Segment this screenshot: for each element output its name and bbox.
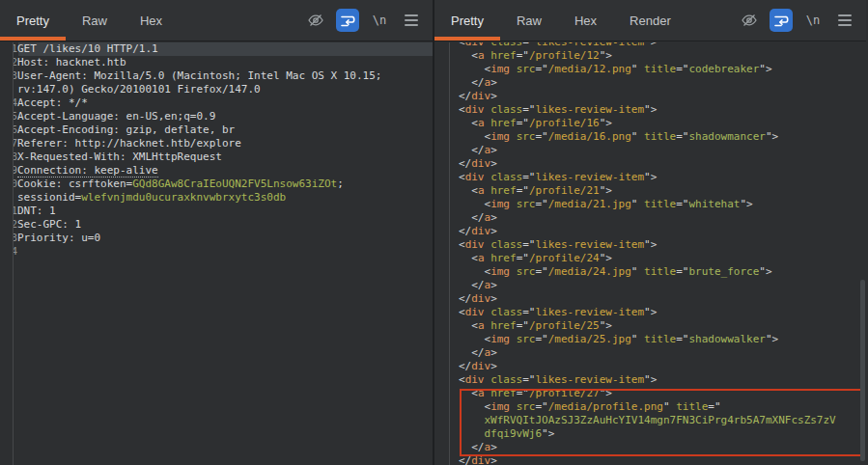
burp-message-editor-window: PrettyRawHex bbox=[0, 0, 868, 465]
newline-toggle-label: \n bbox=[806, 14, 820, 27]
code-line: </a> bbox=[459, 211, 866, 225]
code-line: <a href="/profile/24"> bbox=[459, 252, 866, 265]
code-line: </div> bbox=[459, 157, 866, 171]
response-pane: PrettyRawHexRender bbox=[434, 0, 866, 465]
newline-toggle[interactable]: \n bbox=[368, 9, 391, 32]
response-editor[interactable]: <div class="likes-review-item"> <a href=… bbox=[434, 42, 866, 465]
word-wrap-toggle[interactable] bbox=[336, 9, 359, 32]
code-line: <div class="likes-review-item"> bbox=[459, 373, 866, 387]
hamburger-icon bbox=[838, 14, 852, 26]
code-line: <a href="/profile/27"> bbox=[459, 387, 866, 400]
code-line: 9Connection: keep-alive bbox=[18, 164, 433, 178]
tab-hex[interactable]: Hex bbox=[124, 0, 179, 41]
newline-toggle[interactable]: \n bbox=[801, 9, 825, 32]
code-line: <a href="/profile/21"> bbox=[459, 184, 866, 198]
code-line: 7Referer: http://hacknet.htb/explore bbox=[18, 137, 433, 150]
code-line: 2Host: hacknet.htb bbox=[18, 56, 433, 69]
code-line: </div> bbox=[459, 360, 866, 373]
response-tabs: PrettyRawHexRender bbox=[434, 0, 687, 41]
code-line: 1DNT: 1 bbox=[18, 205, 433, 218]
vertical-scrollbar-thumb[interactable] bbox=[860, 280, 865, 461]
response-icon-bar: \n bbox=[738, 9, 866, 32]
code-line: <a href="/profile/12"> bbox=[459, 49, 866, 63]
request-tabbar: PrettyRawHex bbox=[0, 0, 433, 41]
editor-menu-icon[interactable] bbox=[833, 9, 856, 32]
request-editor[interactable]: 1GET /likes/10 HTTP/1.12Host: hacknet.ht… bbox=[0, 42, 433, 465]
code-line: 3Priority: u=0 bbox=[18, 232, 433, 245]
code-line: </a> bbox=[459, 144, 866, 157]
request-line-number-gutter bbox=[0, 42, 14, 465]
code-line: <div class="likes-review-item"> bbox=[459, 238, 866, 252]
response-code: <div class="likes-review-item"> <a href=… bbox=[450, 42, 866, 465]
tab-raw[interactable]: Raw bbox=[66, 0, 124, 41]
request-tabs: PrettyRawHex bbox=[0, 0, 179, 41]
code-line: <a href="/profile/25"> bbox=[459, 319, 866, 333]
hide-nonprinting-icon[interactable] bbox=[304, 9, 327, 32]
code-line: </div> bbox=[459, 90, 866, 103]
code-line: </a> bbox=[459, 346, 866, 360]
code-line: <div class="likes-review-item"> bbox=[459, 171, 866, 184]
editor-menu-icon[interactable] bbox=[400, 9, 423, 32]
word-wrap-toggle[interactable] bbox=[770, 9, 793, 32]
code-line: rv:147.0) Gecko/20100101 Firefox/147.0 bbox=[18, 83, 433, 96]
code-line: sessionid=wlefvnjmdu0ucuraxknvwbrxytc3s0… bbox=[18, 191, 433, 205]
request-code: 1GET /likes/10 HTTP/1.12Host: hacknet.ht… bbox=[14, 42, 433, 465]
code-line: dfqi9vWj6"> bbox=[459, 427, 866, 441]
code-line: <img src="/media/25.jpg" title="shadowwa… bbox=[459, 333, 866, 346]
response-tabbar: PrettyRawHexRender bbox=[434, 0, 866, 41]
hide-nonprinting-icon[interactable] bbox=[738, 9, 761, 32]
code-line: </div> bbox=[459, 292, 866, 306]
line-number: 4 bbox=[14, 245, 17, 259]
tab-pretty[interactable]: Pretty bbox=[0, 0, 66, 41]
code-line: <div class="likes-review-item"> bbox=[459, 42, 866, 49]
code-line: </a> bbox=[459, 441, 866, 454]
tab-hex[interactable]: Hex bbox=[558, 0, 613, 41]
code-line: <img src="/media/12.png" title="codebrea… bbox=[459, 63, 866, 76]
code-line: 4 bbox=[18, 245, 433, 259]
code-line: <img src="/media/16.png" title="shadowma… bbox=[459, 130, 866, 144]
tab-raw[interactable]: Raw bbox=[500, 0, 558, 41]
hamburger-icon bbox=[405, 14, 418, 26]
code-line: </div> bbox=[459, 225, 866, 238]
code-line: 8X-Requested-With: XMLHttpRequest bbox=[18, 150, 433, 164]
code-line: xWfRVQItJOAzSJ3ZzAuHcYIV14mgn7FN3CiPrg4r… bbox=[459, 414, 866, 427]
newline-toggle-label: \n bbox=[373, 14, 386, 27]
code-line: 4Accept: */* bbox=[18, 96, 433, 110]
code-line: 2Sec-GPC: 1 bbox=[18, 218, 433, 232]
code-line: </div> bbox=[459, 454, 866, 465]
code-line: 5Accept-Language: en-US,en;q=0.9 bbox=[18, 110, 433, 123]
tab-render[interactable]: Render bbox=[613, 0, 687, 41]
code-line: 0Cookie: csrftoken=GQd8GAw8CraIEoUQN2FV5… bbox=[18, 178, 433, 191]
tab-pretty[interactable]: Pretty bbox=[434, 0, 500, 41]
code-line: <img src="/media/24.jpg" title="brute_fo… bbox=[459, 265, 866, 279]
code-line: </a> bbox=[459, 279, 866, 292]
code-line: <div class="likes-review-item"> bbox=[459, 306, 866, 319]
response-line-number-gutter bbox=[434, 42, 450, 465]
code-line: 3User-Agent: Mozilla/5.0 (Macintosh; Int… bbox=[18, 69, 433, 83]
request-pane: PrettyRawHex bbox=[0, 0, 434, 465]
code-line: 1GET /likes/10 HTTP/1.1 bbox=[18, 42, 433, 56]
code-line: <img src="/media/profile.png" title=" bbox=[459, 400, 866, 414]
code-line: </a> bbox=[459, 76, 866, 90]
code-line: <div class="likes-review-item"> bbox=[459, 103, 866, 117]
request-icon-bar: \n bbox=[304, 9, 433, 32]
code-line: 6Accept-Encoding: gzip, deflate, br bbox=[18, 123, 433, 137]
code-line: <a href="/profile/16"> bbox=[459, 117, 866, 130]
code-line: <img src="/media/21.jpg" title="whitehat… bbox=[459, 198, 866, 211]
